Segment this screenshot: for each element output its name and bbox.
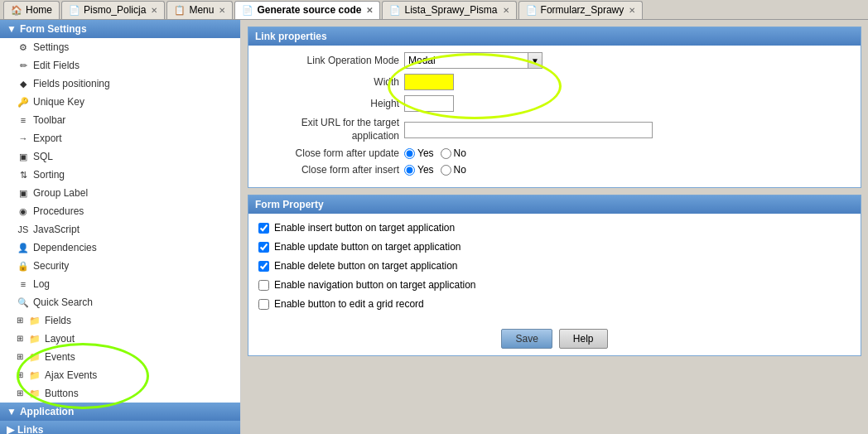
application-label: Application — [20, 406, 74, 417]
sidebar-item-settings[interactable]: ⚙Settings — [0, 38, 240, 56]
checkbox-enable-insert[interactable] — [258, 223, 269, 234]
links-section-header[interactable]: ▶Links — [0, 421, 240, 434]
sidebar-label-fields-positioning: Fields positioning — [33, 76, 110, 91]
close-update-no-radio[interactable] — [441, 148, 451, 159]
sidebar-label-group-label: Group Label — [33, 186, 88, 200]
sidebar-item-events[interactable]: ⊞📁Events — [0, 348, 240, 366]
close-after-insert-row: Close form after insert Yes No — [258, 164, 851, 176]
sidebar-icon-export: → — [17, 131, 30, 146]
exit-url-label: Exit URL for the targetapplication — [258, 117, 399, 142]
tab-bar: 🏠Home📄Pismo_Policja✕📋Menu✕📄Generate sour… — [0, 0, 868, 20]
checkbox-row-enable-delete: Enable delete button on target applicati… — [258, 258, 851, 273]
sidebar-item-export[interactable]: →Export — [0, 129, 240, 147]
tab-icon: 📄 — [69, 5, 80, 16]
links-arrow-icon: ▶ — [7, 424, 14, 434]
tab-close-icon[interactable]: ✕ — [503, 6, 509, 15]
form-property-title: Form Property — [255, 199, 324, 210]
tab-close-icon[interactable]: ✕ — [629, 6, 635, 15]
sidebar: ▼ Form Settings ⚙Settings✏Edit Fields◆Fi… — [0, 20, 241, 434]
checkbox-enable-update[interactable] — [258, 242, 269, 253]
close-update-yes: Yes — [404, 147, 434, 159]
checkbox-enable-edit-grid[interactable] — [258, 299, 269, 310]
checkbox-label-enable-navigation: Enable navigation button on target appli… — [274, 279, 476, 291]
height-input[interactable] — [404, 95, 454, 112]
sidebar-label-export: Export — [33, 131, 62, 146]
sidebar-item-ajax-events[interactable]: ⊞📁Ajax Events — [0, 366, 240, 384]
close-after-insert-radios: Yes No — [404, 164, 466, 176]
tab-icon: 📋 — [174, 5, 186, 16]
sidebar-item-dependencies[interactable]: 👤Dependencies — [0, 239, 240, 257]
sidebar-label-events: Events — [45, 350, 75, 364]
checkbox-label-enable-edit-grid: Enable button to edit a grid record — [274, 298, 424, 310]
select-dropdown-btn[interactable]: ▼ — [528, 52, 542, 69]
section-arrow-icon: ▼ — [7, 23, 17, 35]
checkbox-container: Enable insert button on target applicati… — [258, 220, 851, 311]
form-property-header: Form Property — [248, 195, 861, 214]
sidebar-label-security: Security — [33, 258, 69, 273]
tab-close-icon[interactable]: ✕ — [366, 6, 373, 15]
sidebar-label-toolbar: Toolbar — [33, 113, 65, 128]
tab-close-icon[interactable]: ✕ — [219, 6, 225, 15]
sidebar-item-log[interactable]: ≡Log — [0, 275, 240, 293]
form-settings-label: Form Settings — [20, 23, 87, 35]
sidebar-item-unique-key[interactable]: 🔑Unique Key — [0, 93, 240, 111]
tab-generate[interactable]: 📄Generate source code✕ — [234, 1, 380, 19]
sidebar-item-javascript[interactable]: JSJavaScript — [0, 220, 240, 239]
sidebar-icon-sql: ▣ — [17, 149, 30, 164]
sidebar-icon-events: 📁 — [28, 350, 41, 364]
sidebar-icon-edit-fields: ✏ — [17, 58, 30, 73]
btn-row: Save Help — [248, 322, 861, 355]
sidebar-item-buttons[interactable]: ⊞📁Buttons — [0, 384, 240, 403]
sidebar-label-edit-fields: Edit Fields — [33, 58, 80, 73]
sidebar-item-group-label[interactable]: ▣Group Label — [0, 184, 240, 202]
tab-pismo[interactable]: 📄Pismo_Policja✕ — [61, 1, 165, 19]
sidebar-item-edit-fields[interactable]: ✏Edit Fields — [0, 56, 240, 75]
close-update-yes-radio[interactable] — [404, 148, 415, 159]
exit-url-input[interactable] — [404, 122, 653, 138]
checkbox-row-enable-edit-grid: Enable button to edit a grid record — [258, 297, 851, 311]
tab-label: Formularz_Sprawy — [541, 4, 624, 16]
form-settings-section[interactable]: ▼ Form Settings — [0, 20, 240, 38]
sidebar-item-security[interactable]: 🔒Security — [0, 257, 240, 275]
tab-home[interactable]: 🏠Home — [3, 1, 60, 19]
sidebar-icon-javascript: JS — [17, 222, 30, 237]
sidebar-item-fields[interactable]: ⊞📁Fields — [0, 311, 240, 330]
link-operation-select[interactable]: Modal Redirect Popup — [404, 52, 528, 69]
close-after-update-radios: Yes No — [404, 147, 466, 159]
sidebar-item-toolbar[interactable]: ≡Toolbar — [0, 111, 240, 129]
sidebar-item-layout[interactable]: ⊞📁Layout — [0, 330, 240, 348]
sidebar-item-procedures[interactable]: ◉Procedures — [0, 202, 240, 220]
sidebar-icon-quick-search: 🔍 — [17, 295, 30, 310]
width-input[interactable] — [404, 74, 454, 90]
tab-label: Lista_Sprawy_Pisma — [404, 4, 497, 16]
sidebar-item-quick-search[interactable]: 🔍Quick Search — [0, 293, 240, 311]
close-insert-yes: Yes — [404, 164, 434, 176]
close-insert-no-label: No — [454, 164, 466, 176]
sidebar-item-sql[interactable]: ▣SQL — [0, 147, 240, 166]
tab-label: Generate source code — [257, 4, 361, 16]
close-insert-yes-label: Yes — [417, 164, 434, 176]
sidebar-icon-procedures: ◉ — [17, 204, 30, 219]
link-properties-title: Link properties — [255, 31, 327, 42]
tab-close-icon[interactable]: ✕ — [151, 6, 157, 15]
tab-icon: 📄 — [242, 5, 253, 16]
checkbox-enable-navigation[interactable] — [258, 280, 269, 291]
close-insert-yes-radio[interactable] — [404, 165, 415, 176]
sidebar-label-fields: Fields — [45, 313, 71, 328]
sidebar-label-buttons: Buttons — [45, 386, 79, 401]
application-section[interactable]: ▼ Application — [0, 403, 240, 421]
link-operation-row: Link Operation Mode Modal Redirect Popup… — [258, 52, 851, 69]
sidebar-icon-layout: 📁 — [28, 331, 41, 346]
close-insert-no-radio[interactable] — [441, 165, 451, 176]
tab-lista[interactable]: 📄Lista_Sprawy_Pisma✕ — [382, 1, 516, 19]
save-button[interactable]: Save — [501, 329, 552, 349]
sidebar-item-fields-positioning[interactable]: ◆Fields positioning — [0, 75, 240, 93]
tab-formularz[interactable]: 📄Formularz_Sprawy✕ — [518, 1, 644, 19]
close-update-yes-label: Yes — [417, 147, 434, 159]
tab-menu[interactable]: 📋Menu✕ — [166, 1, 233, 19]
close-update-no: No — [441, 147, 466, 159]
checkbox-enable-delete[interactable] — [258, 261, 269, 272]
help-button[interactable]: Help — [559, 329, 608, 349]
sidebar-item-sorting[interactable]: ⇅Sorting — [0, 166, 240, 184]
width-row: Width — [258, 74, 851, 90]
